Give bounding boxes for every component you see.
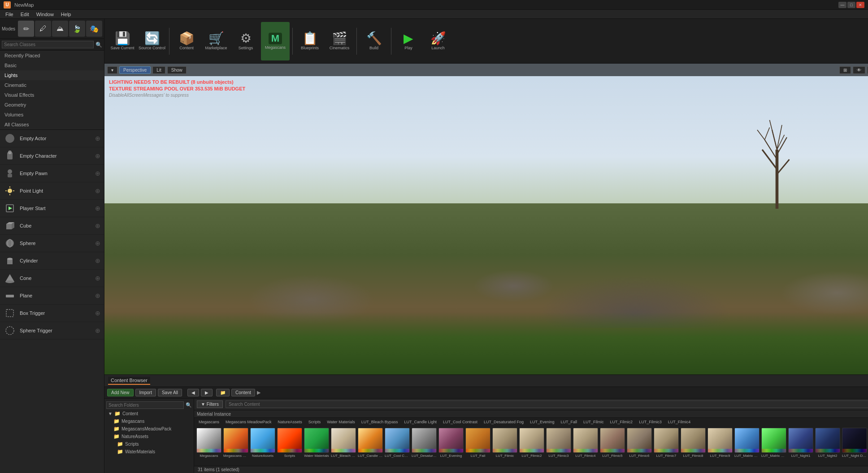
cb-thumb-11[interactable]: LUT_Filmic bbox=[492, 428, 518, 464]
menu-edit[interactable]: Edit bbox=[17, 11, 33, 18]
settings-button[interactable]: ⚙ Settings bbox=[231, 22, 260, 60]
place-search-input[interactable] bbox=[2, 41, 94, 48]
import-button[interactable]: Import bbox=[135, 389, 156, 396]
add-new-button[interactable]: Add New bbox=[107, 389, 134, 396]
viewport-right-controls: ⊞ 👁 ◉ ⊡ ▦ ▤ 100 10° 0.03125 ⤢ 3 bbox=[839, 66, 868, 74]
cb-thumb-2[interactable]: NatureAssets bbox=[250, 428, 276, 464]
vp-icon-btn-1[interactable]: ⊞ bbox=[839, 66, 851, 74]
cat-volumes[interactable]: Volumes bbox=[0, 110, 104, 120]
folder-content[interactable]: ▼ 📁 Content bbox=[106, 410, 192, 417]
minimize-button[interactable]: — bbox=[838, 2, 846, 8]
svg-point-5 bbox=[8, 189, 12, 193]
cb-back-btn[interactable]: ◀ bbox=[187, 389, 199, 396]
perspective-button[interactable]: Perspective bbox=[119, 66, 151, 74]
menu-window[interactable]: Window bbox=[33, 11, 57, 18]
folder-megascans[interactable]: 📁 Megascans bbox=[106, 417, 192, 425]
place-item-empty-pawn[interactable]: Empty Pawn ⊕ bbox=[0, 165, 104, 182]
launch-button[interactable]: 🚀 Launch bbox=[424, 22, 452, 60]
folder-natureassets[interactable]: 📁 NatureAssets bbox=[106, 433, 192, 440]
mode-landscape[interactable]: ⛰ bbox=[52, 21, 68, 37]
cb-thumb-12[interactable]: LUT_Filmic2 bbox=[519, 428, 545, 464]
svg-marker-11 bbox=[9, 206, 12, 210]
cb-thumb-6[interactable]: LUT_Candle Light bbox=[357, 428, 383, 464]
close-button[interactable]: ✕ bbox=[856, 2, 864, 8]
mode-foliage[interactable]: 🍃 bbox=[69, 21, 85, 37]
save-all-button[interactable]: Save All bbox=[158, 389, 182, 396]
build-button[interactable]: 🔨 Build bbox=[360, 22, 388, 60]
cb-thumb-17[interactable]: LUT_Filmic7 bbox=[653, 428, 679, 464]
folder-scripts[interactable]: 📁 Scripts bbox=[106, 440, 192, 448]
viewport[interactable]: ▾ Perspective Lit Show ⊞ 👁 ◉ ⊡ ▦ ▤ 100 1… bbox=[104, 64, 868, 374]
content-browser-tab[interactable]: Content Browser bbox=[108, 377, 150, 385]
restore-button[interactable]: □ bbox=[847, 2, 855, 8]
place-item-point-light[interactable]: Point Light ⊕ bbox=[0, 182, 104, 200]
source-control-button[interactable]: 🔄 Source Control bbox=[138, 22, 166, 60]
place-item-cylinder[interactable]: Cylinder ⊕ bbox=[0, 252, 104, 270]
content-search-input[interactable] bbox=[226, 400, 868, 408]
folder-meadowpack[interactable]: 📁 MegascansMeadowPack bbox=[106, 425, 192, 433]
mode-place[interactable]: ✏ bbox=[18, 21, 34, 37]
cb-thumb-10[interactable]: LUT_Fall bbox=[465, 428, 491, 464]
content-button[interactable]: 📦 Content bbox=[172, 22, 201, 60]
place-item-box-trigger[interactable]: Box Trigger ⊕ bbox=[0, 305, 104, 322]
cb-thumb-21[interactable]: LUT_Matrix Green bbox=[761, 428, 787, 464]
lit-button[interactable]: Lit bbox=[152, 66, 165, 74]
cb-main: 🔍 ▼ 📁 Content 📁 Megascans 📁 MegascansMea… bbox=[104, 399, 868, 473]
folder-watermaterials[interactable]: 📁 WaterMaterials bbox=[106, 448, 192, 456]
cb-thumb-18[interactable]: LUT_Filmic8 bbox=[680, 428, 706, 464]
cb-forward-btn[interactable]: ▶ bbox=[201, 389, 213, 396]
cb-folder-icon[interactable]: 📁 bbox=[216, 389, 230, 396]
place-item-plane[interactable]: Plane ⊕ bbox=[0, 287, 104, 305]
cat-geometry[interactable]: Geometry bbox=[0, 100, 104, 110]
place-item-empty-actor[interactable]: Empty Actor ⊕ bbox=[0, 130, 104, 147]
viewport-type-dropdown[interactable]: ▾ bbox=[107, 66, 117, 74]
folder-search-input[interactable] bbox=[106, 401, 184, 409]
cb-thumb-13[interactable]: LUT_Filmic3 bbox=[546, 428, 572, 464]
cat-lights[interactable]: Lights bbox=[0, 70, 104, 80]
cb-thumb-0[interactable]: Megascans bbox=[196, 428, 222, 464]
filters-dropdown-button[interactable]: ▼ Filters bbox=[197, 400, 223, 408]
menu-file[interactable]: File bbox=[2, 11, 17, 18]
cinematics-button[interactable]: 🎬 Cinematics bbox=[325, 22, 354, 60]
megascans-button[interactable]: M Megascans bbox=[261, 22, 290, 60]
cb-thumb-24[interactable]: LUT_Night Dark bbox=[842, 428, 868, 464]
cb-thumb-7[interactable]: LUT_Cool Contrast bbox=[384, 428, 410, 464]
place-item-cube[interactable]: Cube ⊕ bbox=[0, 217, 104, 235]
show-button[interactable]: Show bbox=[167, 66, 187, 74]
cat-visual-effects[interactable]: Visual Effects bbox=[0, 90, 104, 100]
mode-geometry[interactable]: 🎭 bbox=[86, 21, 102, 37]
cb-thumb-4[interactable]: Water Materials bbox=[304, 428, 330, 464]
cb-thumb-9[interactable]: LUT_Evening bbox=[438, 428, 464, 464]
place-item-sphere-trigger[interactable]: Sphere Trigger ⊕ bbox=[0, 322, 104, 340]
cb-thumb-23[interactable]: LUT_Night2 bbox=[815, 428, 841, 464]
mode-paint[interactable]: 🖊 bbox=[35, 21, 51, 37]
suppress-hint: DisableAllScreenMessages' to suppress bbox=[109, 93, 189, 98]
play-button[interactable]: ▶ Play bbox=[394, 22, 423, 60]
cat-recently-placed[interactable]: Recently Placed bbox=[0, 51, 104, 60]
cb-thumb-14[interactable]: LUT_Filmic4 bbox=[573, 428, 599, 464]
place-item-cone[interactable]: Cone ⊕ bbox=[0, 270, 104, 287]
cb-thumb-5[interactable]: LUT_Bleach Bypass bbox=[330, 428, 356, 464]
cb-thumb-1[interactable]: Megascans MeadowPack bbox=[223, 428, 249, 464]
cb-thumb-19[interactable]: LUT_Filmic9 bbox=[707, 428, 733, 464]
cat-basic[interactable]: Basic bbox=[0, 60, 104, 70]
cat-all-classes[interactable]: All Classes bbox=[0, 120, 104, 129]
marketplace-button[interactable]: 🛒 Marketplace bbox=[202, 22, 230, 60]
empty-character-icon bbox=[4, 150, 16, 162]
cb-thumb-22[interactable]: LUT_Night1 bbox=[788, 428, 814, 464]
vp-icon-btn-2[interactable]: 👁 bbox=[853, 66, 865, 74]
place-item-sphere[interactable]: Sphere ⊕ bbox=[0, 235, 104, 252]
menu-help[interactable]: Help bbox=[57, 11, 75, 18]
cb-thumb-20[interactable]: LUT_Matrix Blue bbox=[734, 428, 760, 464]
place-item-player-start[interactable]: Player Start ⊕ bbox=[0, 200, 104, 217]
cb-thumb-3[interactable]: Scripts bbox=[277, 428, 303, 464]
cb-thumb-15[interactable]: LUT_Filmic5 bbox=[599, 428, 625, 464]
launch-label: Launch bbox=[431, 46, 445, 50]
blueprints-button[interactable]: 📋 Blueprints bbox=[295, 22, 324, 60]
save-current-button[interactable]: 💾 Save Current bbox=[108, 22, 137, 60]
place-item-empty-character[interactable]: Empty Character ⊕ bbox=[0, 147, 104, 165]
cb-thumb-16[interactable]: LUT_Filmic6 bbox=[626, 428, 652, 464]
cb-thumb-8[interactable]: LUT_Desaturated Fog bbox=[411, 428, 437, 464]
play-icon: ▶ bbox=[404, 32, 413, 45]
cat-cinematic[interactable]: Cinematic bbox=[0, 80, 104, 90]
